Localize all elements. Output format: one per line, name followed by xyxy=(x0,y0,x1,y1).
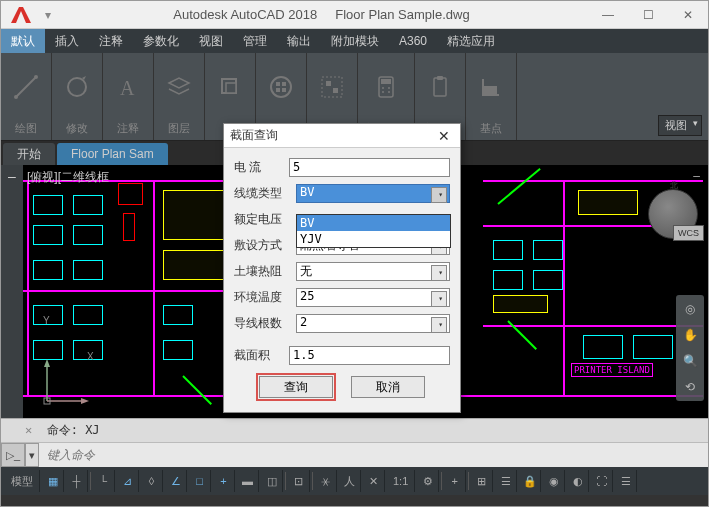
dyn-input-icon[interactable]: + xyxy=(213,470,235,492)
command-chevron-icon[interactable]: ▾ xyxy=(25,443,39,467)
area-input[interactable] xyxy=(289,346,450,365)
quick-prop-icon[interactable]: ☰ xyxy=(495,470,517,492)
snap-icon[interactable]: ┼ xyxy=(66,470,88,492)
basepoint-tool-icon[interactable] xyxy=(472,62,510,112)
scale-display[interactable]: 1:1 xyxy=(387,470,415,492)
otrack-icon[interactable]: □ xyxy=(189,470,211,492)
ortho-icon[interactable]: └ xyxy=(93,470,115,492)
ribbon-group-annotate: A 注释 xyxy=(103,53,154,140)
layers-tool-icon[interactable] xyxy=(160,62,198,112)
utilities-tool-icon[interactable] xyxy=(367,62,405,112)
model-space-button[interactable]: 模型 xyxy=(5,470,40,492)
viewport-label[interactable]: [俯视][二维线框 xyxy=(27,169,109,186)
svg-rect-12 xyxy=(326,81,331,86)
dialog-titlebar[interactable]: 截面查询 ✕ xyxy=(224,124,460,148)
svg-rect-15 xyxy=(381,79,391,84)
app-logo[interactable] xyxy=(1,1,41,29)
workspace-icon[interactable]: ⚙ xyxy=(417,470,439,492)
soil-select[interactable]: 无▾ xyxy=(296,262,450,281)
dialog-body: 电 流 线缆类型 BV▾ BV YJV 额定电压 敷设方式 隔热墙导管▾ 土壤热… xyxy=(224,148,460,412)
ribbon-tab-a360[interactable]: A360 xyxy=(389,29,437,53)
sidebar-collapse-icon[interactable]: – xyxy=(1,165,23,187)
hardware-accel-icon[interactable]: ◐ xyxy=(567,470,589,492)
svg-text:A: A xyxy=(120,77,135,99)
orbit-icon[interactable]: ⟲ xyxy=(680,377,700,397)
view-control-dropdown[interactable]: 视图 xyxy=(658,115,702,136)
group-tool-icon[interactable] xyxy=(313,62,351,112)
grid-icon[interactable]: ▦ xyxy=(42,470,64,492)
isolate-icon[interactable]: ◉ xyxy=(543,470,565,492)
ribbon-tab-manage[interactable]: 管理 xyxy=(233,29,277,53)
annot-vis-icon[interactable]: 人 xyxy=(339,470,361,492)
properties-tool-icon[interactable] xyxy=(262,62,300,112)
line-tool-icon[interactable] xyxy=(7,62,45,112)
ribbon-label-layers: 图层 xyxy=(168,119,190,138)
cancel-button[interactable]: 取消 xyxy=(351,376,425,398)
block-tool-icon[interactable] xyxy=(211,62,249,112)
lineweight-icon[interactable]: ▬ xyxy=(237,470,259,492)
cycling-icon[interactable]: ⊡ xyxy=(288,470,310,492)
roots-select[interactable]: 2▾ xyxy=(296,314,450,333)
annot-scale-icon[interactable]: ⚹ xyxy=(315,470,337,492)
ribbon-tab-insert[interactable]: 插入 xyxy=(45,29,89,53)
modify-tool-icon[interactable] xyxy=(58,62,96,112)
svg-rect-10 xyxy=(282,88,286,92)
svg-point-0 xyxy=(14,95,18,99)
svg-rect-7 xyxy=(276,82,280,86)
query-button[interactable]: 查询 xyxy=(259,376,333,398)
ribbon-tab-default[interactable]: 默认 xyxy=(1,29,45,53)
close-button[interactable]: ✕ xyxy=(668,1,708,29)
ribbon-group-draw: 绘图 xyxy=(1,53,52,140)
command-input[interactable] xyxy=(39,448,708,462)
customize-icon[interactable]: ☰ xyxy=(615,470,637,492)
section-query-dialog[interactable]: 截面查询 ✕ 电 流 线缆类型 BV▾ BV YJV 额定电压 敷设方式 隔热墙… xyxy=(223,123,461,413)
ribbon-tab-view[interactable]: 视图 xyxy=(189,29,233,53)
app-menu-arrow[interactable]: ▾ xyxy=(41,8,55,22)
annotation-monitor-icon[interactable]: + xyxy=(444,470,466,492)
tab-file[interactable]: Floor Plan Sam xyxy=(57,143,168,165)
wcs-badge[interactable]: WCS xyxy=(673,225,704,241)
ribbon-label-annotate: 注释 xyxy=(117,119,139,138)
nav-minus-icon[interactable]: – xyxy=(693,169,704,183)
cable-type-option-bv[interactable]: BV xyxy=(297,215,450,231)
ribbon-tab-parametric[interactable]: 参数化 xyxy=(133,29,189,53)
ribbon-tab-featured[interactable]: 精选应用 xyxy=(437,29,505,53)
ribbon-tab-add-ins[interactable]: 附加模块 xyxy=(321,29,389,53)
clean-screen-icon[interactable]: ⛶ xyxy=(591,470,613,492)
tab-start[interactable]: 开始 xyxy=(3,143,55,165)
soil-value: 无 xyxy=(300,264,312,278)
text-tool-icon[interactable]: A xyxy=(109,62,147,112)
minimize-button[interactable]: — xyxy=(588,1,628,29)
osnap-icon[interactable]: ∠ xyxy=(165,470,187,492)
command-prompt-icon[interactable]: ▷_ xyxy=(1,443,25,467)
temp-select[interactable]: 25▾ xyxy=(296,288,450,307)
clipboard-tool-icon[interactable] xyxy=(421,62,459,112)
command-line-area: ✕ 命令: XJ ▷_ ▾ xyxy=(1,418,708,467)
transparency-icon[interactable]: ◫ xyxy=(261,470,283,492)
pan-icon[interactable]: ✋ xyxy=(680,325,700,345)
ribbon-tab-output[interactable]: 输出 xyxy=(277,29,321,53)
ribbon-label-basepoint: 基点 xyxy=(480,119,502,138)
ribbon-tab-annotate[interactable]: 注释 xyxy=(89,29,133,53)
ribbon-group-modify: 修改 xyxy=(52,53,103,140)
layout-label: 敷设方式 xyxy=(234,237,296,254)
axis-y-label: Y xyxy=(43,315,50,326)
annot-auto-icon[interactable]: ✕ xyxy=(363,470,385,492)
window-titlebar[interactable]: ▾ Autodesk AutoCAD 2018 Floor Plan Sampl… xyxy=(1,1,708,29)
file-name: Floor Plan Sample.dwg xyxy=(335,7,469,22)
maximize-button[interactable]: ☐ xyxy=(628,1,668,29)
cable-type-option-yjv[interactable]: YJV xyxy=(297,231,450,247)
iso-icon[interactable]: ◊ xyxy=(141,470,163,492)
cable-type-select[interactable]: BV▾ xyxy=(296,184,450,203)
steering-wheel-icon[interactable]: ◎ xyxy=(680,299,700,319)
current-input[interactable] xyxy=(289,158,450,177)
lock-ui-icon[interactable]: 🔒 xyxy=(519,470,541,492)
roots-value: 2 xyxy=(300,315,307,329)
dialog-close-icon[interactable]: ✕ xyxy=(434,128,454,144)
polar-icon[interactable]: ⊿ xyxy=(117,470,139,492)
ucs-icon[interactable]: Y X xyxy=(41,357,91,410)
units-icon[interactable]: ⊞ xyxy=(471,470,493,492)
cable-type-value: BV xyxy=(300,185,314,199)
zoom-icon[interactable]: 🔍 xyxy=(680,351,700,371)
svg-point-2 xyxy=(68,78,86,96)
